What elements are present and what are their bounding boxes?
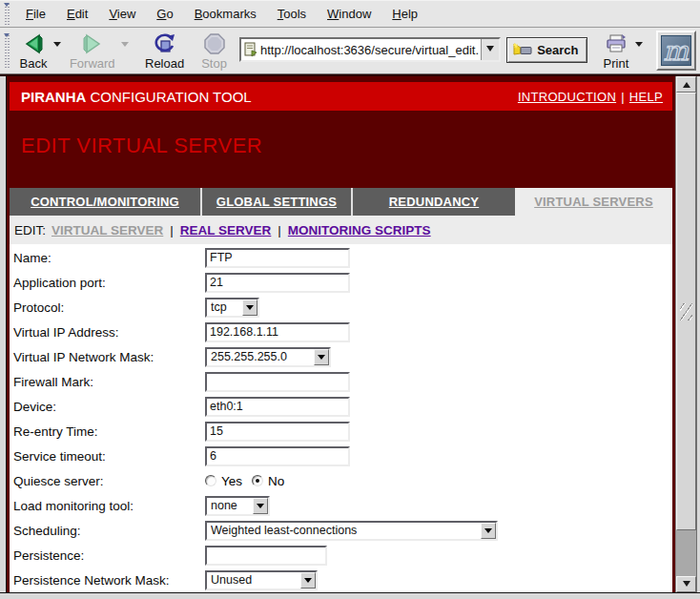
field-label: Application port: [13, 276, 205, 290]
flashlight-icon [512, 42, 533, 57]
tab-redundancy[interactable]: REDUNDANCY [351, 188, 515, 216]
quiesce-no-label: No [268, 474, 284, 488]
subnav-real-server-link[interactable]: REAL SERVER [180, 223, 272, 238]
field-label: Device: [13, 400, 205, 414]
menu-file[interactable]: File [15, 3, 56, 25]
scroll-down-button[interactable] [676, 576, 696, 592]
print-dropdown[interactable] [633, 37, 644, 51]
vertical-scrollbar[interactable] [675, 76, 696, 592]
load-monitoring-select[interactable]: none [205, 496, 270, 516]
form-row-firewall-mark: Firewall Mark: [13, 369, 672, 394]
forward-label: Forward [70, 56, 115, 71]
print-button[interactable]: Print [599, 31, 634, 72]
menubar-grip-handle[interactable] [3, 3, 11, 25]
selected-value: none [211, 499, 250, 512]
banner-links: INTRODUCTION|HELP [518, 90, 663, 104]
chevron-down-icon [53, 42, 61, 51]
dropdown-arrow-icon [242, 300, 257, 316]
dropdown-arrow-icon [481, 523, 496, 539]
selected-value: Unused [211, 573, 298, 587]
vip-netmask-select[interactable]: 255.255.255.0 [205, 347, 331, 367]
reload-icon [153, 31, 177, 56]
edit-subnav: EDIT: VIRTUAL SERVER | REAL SERVER | MON… [10, 216, 672, 244]
quiesce-yes-radio[interactable] [205, 475, 216, 486]
reentry-time-input[interactable] [205, 422, 350, 442]
protocol-select[interactable]: tcp [205, 298, 259, 318]
arrow-up-icon [683, 78, 690, 88]
menu-view[interactable]: View [98, 3, 146, 25]
field-label: Scheduling: [13, 524, 205, 538]
service-timeout-input[interactable] [205, 446, 350, 466]
search-button[interactable]: Search [506, 37, 587, 63]
forward-history-dropdown[interactable] [120, 37, 131, 51]
virtual-ip-input[interactable] [205, 322, 350, 342]
subnav-virtual-server-current: VIRTUAL SERVER [51, 223, 163, 238]
app-title-rest: CONFIGURATION TOOL [86, 89, 251, 105]
back-button[interactable]: Back [15, 31, 52, 72]
tab-control-monitoring[interactable]: CONTROL/MONITORING [10, 188, 200, 216]
url-bar[interactable]: http://localhost:3636/secure/virtual_edi… [239, 37, 501, 62]
persistence-input[interactable] [205, 546, 327, 566]
browser-viewport: PIRANHA CONFIGURATION TOOL INTRODUCTION|… [0, 76, 700, 592]
url-history-dropdown[interactable] [481, 39, 499, 60]
thumb-grip-icon [680, 303, 692, 320]
virtual-server-form: Name: Application port: Protocol: tcp [10, 244, 672, 592]
field-label: Name: [13, 251, 205, 265]
form-row-virtual-ip: Virtual IP Address: [13, 320, 672, 344]
field-label: Virtual IP Address: [13, 325, 205, 340]
field-label: Load monitoring tool: [13, 499, 205, 513]
form-row-reentry-time: Re-entry Time: [13, 419, 672, 444]
dropdown-arrow-icon [314, 349, 329, 365]
chevron-down-icon [486, 46, 494, 55]
form-row-load-monitoring: Load monitoring tool: none [13, 493, 672, 518]
form-row-name: Name: [13, 245, 672, 270]
menu-tools[interactable]: Tools [267, 3, 317, 25]
window-bottom-frame [0, 592, 700, 599]
piranha-page: PIRANHA CONFIGURATION TOOL INTRODUCTION|… [7, 76, 675, 592]
firewall-mark-input[interactable] [205, 372, 350, 392]
stop-button[interactable]: Stop [196, 31, 232, 72]
form-row-persistence-netmask: Persistence Network Mask: Unused [13, 568, 672, 592]
persistence-netmask-select[interactable]: Unused [205, 570, 318, 590]
field-label: Protocol: [13, 300, 205, 315]
menu-go[interactable]: Go [146, 3, 183, 25]
scroll-up-button[interactable] [676, 76, 696, 93]
tab-global-settings[interactable]: GLOBAL SETTINGS [200, 188, 351, 216]
help-link[interactable]: HELP [629, 90, 663, 104]
browser-window: File Edit View Go Bookmarks Tools Window… [0, 0, 700, 599]
name-input[interactable] [205, 248, 350, 268]
introduction-link[interactable]: INTRODUCTION [518, 90, 616, 104]
menu-window[interactable]: Window [317, 3, 381, 25]
subnav-monitoring-scripts-link[interactable]: MONITORING SCRIPTS [288, 223, 431, 238]
reload-button[interactable]: Reload [140, 31, 189, 72]
print-icon [604, 31, 628, 56]
scrollbar-thumb[interactable] [676, 93, 696, 530]
window-frame-right [696, 76, 700, 592]
tab-virtual-servers[interactable]: VIRTUAL SERVERS [515, 188, 672, 216]
navigation-toolbar: Back Forward Reload [0, 28, 700, 74]
dropdown-arrow-icon [253, 498, 268, 514]
field-label: Quiesce server: [13, 474, 205, 488]
device-input[interactable] [205, 397, 350, 417]
scheduling-select[interactable]: Weighted least-connections [205, 521, 498, 541]
mozilla-logo-icon: m [661, 35, 691, 66]
form-row-device: Device: [13, 394, 672, 419]
collapse-arrow-icon [4, 3, 10, 10]
quiesce-no-radio[interactable] [252, 475, 263, 486]
url-input[interactable]: http://localhost:3636/secure/virtual_edi… [260, 43, 481, 57]
menu-help[interactable]: Help [381, 3, 428, 25]
menu-edit[interactable]: Edit [56, 3, 98, 25]
app-title: PIRANHA CONFIGURATION TOOL [21, 89, 252, 105]
reload-label: Reload [145, 56, 184, 71]
stop-icon [203, 31, 226, 56]
menu-bookmarks[interactable]: Bookmarks [184, 3, 267, 25]
link-separator: | [621, 90, 625, 104]
print-label: Print [604, 56, 629, 71]
selected-value: 255.255.255.0 [211, 350, 311, 363]
window-frame-left [0, 76, 7, 592]
back-history-dropdown[interactable] [51, 37, 62, 51]
mozilla-throbber-button[interactable]: m [656, 31, 696, 71]
forward-button[interactable]: Forward [65, 31, 120, 72]
application-port-input[interactable] [205, 273, 350, 293]
toolbar-grip-handle[interactable] [3, 33, 11, 68]
